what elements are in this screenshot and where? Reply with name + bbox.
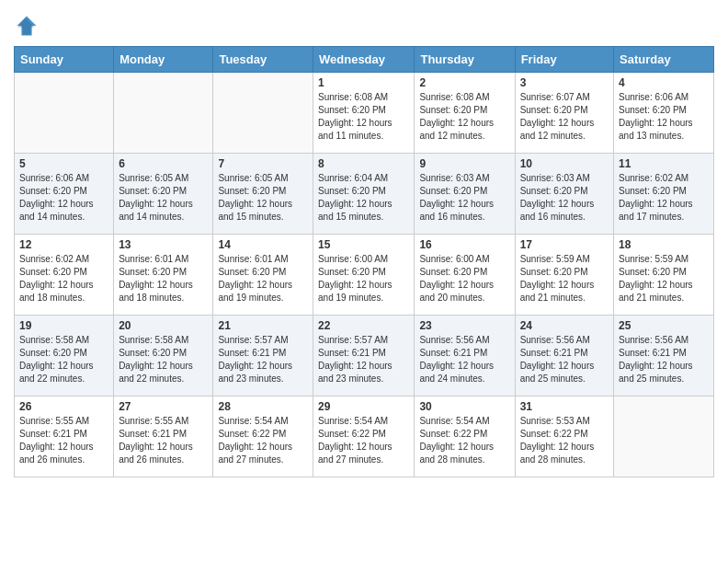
day-number: 31 bbox=[520, 400, 609, 413]
day-number: 1 bbox=[318, 76, 409, 89]
calendar-cell: 11Sunrise: 6:02 AM Sunset: 6:20 PM Dayli… bbox=[614, 154, 714, 235]
calendar-cell: 20Sunrise: 5:58 AM Sunset: 6:20 PM Dayli… bbox=[114, 316, 213, 396]
calendar-cell bbox=[614, 396, 714, 477]
day-info: Sunrise: 5:54 AM Sunset: 6:22 PM Dayligh… bbox=[218, 415, 308, 466]
day-number: 9 bbox=[419, 157, 509, 170]
calendar-cell: 12Sunrise: 6:02 AM Sunset: 6:20 PM Dayli… bbox=[15, 235, 114, 316]
day-info: Sunrise: 6:06 AM Sunset: 6:20 PM Dayligh… bbox=[619, 91, 709, 143]
day-info: Sunrise: 5:56 AM Sunset: 6:21 PM Dayligh… bbox=[619, 334, 709, 385]
calendar-cell: 24Sunrise: 5:56 AM Sunset: 6:21 PM Dayli… bbox=[515, 316, 613, 396]
day-info: Sunrise: 6:00 AM Sunset: 6:20 PM Dayligh… bbox=[318, 253, 409, 304]
calendar-cell: 4Sunrise: 6:06 AM Sunset: 6:20 PM Daylig… bbox=[614, 73, 714, 154]
weekday-header: Monday bbox=[114, 47, 213, 73]
day-number: 4 bbox=[619, 76, 709, 89]
calendar-week: 1Sunrise: 6:08 AM Sunset: 6:20 PM Daylig… bbox=[15, 73, 714, 154]
day-number: 17 bbox=[520, 238, 609, 251]
calendar-cell: 2Sunrise: 6:08 AM Sunset: 6:20 PM Daylig… bbox=[415, 73, 515, 154]
day-number: 2 bbox=[419, 76, 509, 89]
calendar-cell: 9Sunrise: 6:03 AM Sunset: 6:20 PM Daylig… bbox=[415, 154, 515, 235]
calendar-week: 19Sunrise: 5:58 AM Sunset: 6:20 PM Dayli… bbox=[15, 316, 714, 396]
day-number: 19 bbox=[19, 319, 108, 332]
day-number: 6 bbox=[119, 157, 208, 170]
weekday-header: Friday bbox=[515, 47, 613, 73]
calendar-cell: 7Sunrise: 6:05 AM Sunset: 6:20 PM Daylig… bbox=[213, 154, 313, 235]
day-info: Sunrise: 5:58 AM Sunset: 6:20 PM Dayligh… bbox=[119, 334, 208, 385]
day-number: 16 bbox=[419, 238, 509, 251]
calendar-cell: 8Sunrise: 6:04 AM Sunset: 6:20 PM Daylig… bbox=[313, 154, 415, 235]
day-number: 30 bbox=[419, 400, 509, 413]
calendar-cell: 21Sunrise: 5:57 AM Sunset: 6:21 PM Dayli… bbox=[213, 316, 313, 396]
day-info: Sunrise: 6:03 AM Sunset: 6:20 PM Dayligh… bbox=[520, 172, 609, 224]
calendar-cell: 1Sunrise: 6:08 AM Sunset: 6:20 PM Daylig… bbox=[313, 73, 415, 154]
calendar-cell: 29Sunrise: 5:54 AM Sunset: 6:22 PM Dayli… bbox=[313, 396, 415, 477]
calendar-cell: 19Sunrise: 5:58 AM Sunset: 6:20 PM Dayli… bbox=[15, 316, 114, 396]
day-number: 12 bbox=[19, 238, 108, 251]
day-info: Sunrise: 5:55 AM Sunset: 6:21 PM Dayligh… bbox=[119, 415, 208, 466]
day-info: Sunrise: 6:01 AM Sunset: 6:20 PM Dayligh… bbox=[119, 253, 208, 304]
day-number: 22 bbox=[318, 319, 409, 332]
calendar-cell: 3Sunrise: 6:07 AM Sunset: 6:20 PM Daylig… bbox=[515, 73, 613, 154]
calendar-cell: 15Sunrise: 6:00 AM Sunset: 6:20 PM Dayli… bbox=[313, 235, 415, 316]
weekday-header-row: SundayMondayTuesdayWednesdayThursdayFrid… bbox=[15, 47, 714, 73]
calendar-cell: 26Sunrise: 5:55 AM Sunset: 6:21 PM Dayli… bbox=[15, 396, 114, 477]
day-number: 11 bbox=[619, 157, 709, 170]
day-info: Sunrise: 5:57 AM Sunset: 6:21 PM Dayligh… bbox=[218, 334, 308, 385]
calendar-cell: 25Sunrise: 5:56 AM Sunset: 6:21 PM Dayli… bbox=[614, 316, 714, 396]
calendar-cell: 23Sunrise: 5:56 AM Sunset: 6:21 PM Dayli… bbox=[415, 316, 515, 396]
calendar-week: 26Sunrise: 5:55 AM Sunset: 6:21 PM Dayli… bbox=[15, 396, 714, 477]
day-info: Sunrise: 5:55 AM Sunset: 6:21 PM Dayligh… bbox=[19, 415, 108, 466]
calendar-cell: 14Sunrise: 6:01 AM Sunset: 6:20 PM Dayli… bbox=[213, 235, 313, 316]
day-number: 5 bbox=[19, 157, 108, 170]
weekday-header: Thursday bbox=[415, 47, 515, 73]
logo bbox=[14, 13, 41, 39]
day-number: 21 bbox=[218, 319, 308, 332]
day-number: 18 bbox=[619, 238, 709, 251]
day-info: Sunrise: 5:58 AM Sunset: 6:20 PM Dayligh… bbox=[19, 334, 108, 385]
calendar-week: 5Sunrise: 6:06 AM Sunset: 6:20 PM Daylig… bbox=[15, 154, 714, 235]
day-number: 13 bbox=[119, 238, 208, 251]
calendar-cell: 27Sunrise: 5:55 AM Sunset: 6:21 PM Dayli… bbox=[114, 396, 213, 477]
day-number: 8 bbox=[318, 157, 409, 170]
calendar-week: 12Sunrise: 6:02 AM Sunset: 6:20 PM Dayli… bbox=[15, 235, 714, 316]
calendar-cell: 18Sunrise: 5:59 AM Sunset: 6:20 PM Dayli… bbox=[614, 235, 714, 316]
day-number: 23 bbox=[419, 319, 509, 332]
day-number: 10 bbox=[520, 157, 609, 170]
day-info: Sunrise: 6:06 AM Sunset: 6:20 PM Dayligh… bbox=[19, 172, 108, 224]
calendar-cell bbox=[213, 73, 313, 154]
calendar-cell: 13Sunrise: 6:01 AM Sunset: 6:20 PM Dayli… bbox=[114, 235, 213, 316]
logo-icon bbox=[14, 13, 40, 39]
day-info: Sunrise: 6:04 AM Sunset: 6:20 PM Dayligh… bbox=[318, 172, 409, 224]
calendar-cell: 6Sunrise: 6:05 AM Sunset: 6:20 PM Daylig… bbox=[114, 154, 213, 235]
day-info: Sunrise: 6:02 AM Sunset: 6:20 PM Dayligh… bbox=[619, 172, 709, 224]
day-info: Sunrise: 6:08 AM Sunset: 6:20 PM Dayligh… bbox=[318, 91, 409, 143]
day-info: Sunrise: 5:54 AM Sunset: 6:22 PM Dayligh… bbox=[419, 415, 509, 466]
day-info: Sunrise: 6:08 AM Sunset: 6:20 PM Dayligh… bbox=[419, 91, 509, 143]
calendar-cell: 10Sunrise: 6:03 AM Sunset: 6:20 PM Dayli… bbox=[515, 154, 613, 235]
weekday-header: Wednesday bbox=[313, 47, 415, 73]
weekday-header: Saturday bbox=[614, 47, 714, 73]
day-info: Sunrise: 6:02 AM Sunset: 6:20 PM Dayligh… bbox=[19, 253, 108, 304]
day-info: Sunrise: 5:57 AM Sunset: 6:21 PM Dayligh… bbox=[318, 334, 409, 385]
calendar-cell: 28Sunrise: 5:54 AM Sunset: 6:22 PM Dayli… bbox=[213, 396, 313, 477]
calendar-cell bbox=[15, 73, 114, 154]
calendar: SundayMondayTuesdayWednesdayThursdayFrid… bbox=[14, 46, 714, 477]
calendar-cell: 17Sunrise: 5:59 AM Sunset: 6:20 PM Dayli… bbox=[515, 235, 613, 316]
day-info: Sunrise: 6:05 AM Sunset: 6:20 PM Dayligh… bbox=[218, 172, 308, 224]
day-info: Sunrise: 6:03 AM Sunset: 6:20 PM Dayligh… bbox=[419, 172, 509, 224]
day-number: 26 bbox=[19, 400, 108, 413]
day-number: 20 bbox=[119, 319, 208, 332]
day-info: Sunrise: 5:56 AM Sunset: 6:21 PM Dayligh… bbox=[520, 334, 609, 385]
calendar-cell bbox=[114, 73, 213, 154]
day-number: 27 bbox=[119, 400, 208, 413]
day-number: 25 bbox=[619, 319, 709, 332]
day-number: 14 bbox=[218, 238, 308, 251]
day-info: Sunrise: 6:00 AM Sunset: 6:20 PM Dayligh… bbox=[419, 253, 509, 304]
day-number: 29 bbox=[318, 400, 409, 413]
day-info: Sunrise: 5:59 AM Sunset: 6:20 PM Dayligh… bbox=[520, 253, 609, 304]
weekday-header: Sunday bbox=[15, 47, 114, 73]
day-number: 3 bbox=[520, 76, 609, 89]
calendar-cell: 31Sunrise: 5:53 AM Sunset: 6:22 PM Dayli… bbox=[515, 396, 613, 477]
weekday-header: Tuesday bbox=[213, 47, 313, 73]
day-info: Sunrise: 6:01 AM Sunset: 6:20 PM Dayligh… bbox=[218, 253, 308, 304]
header bbox=[14, 9, 714, 39]
